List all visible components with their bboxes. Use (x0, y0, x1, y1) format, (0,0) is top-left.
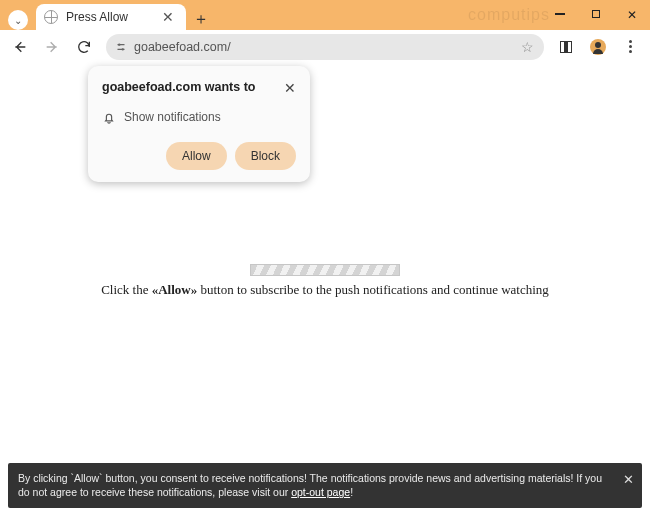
account-icon (590, 39, 606, 55)
globe-icon (44, 10, 58, 24)
arrow-left-icon (12, 39, 28, 55)
bell-icon (102, 111, 114, 123)
window-controls (542, 0, 650, 28)
panel-icon (560, 41, 572, 53)
forward-button[interactable] (38, 33, 66, 61)
svg-point-1 (122, 48, 124, 50)
notification-permission-dialog: goabeefoad.com wants to ✕ Show notificat… (88, 66, 310, 182)
permission-notification-label: Show notifications (124, 110, 221, 124)
reload-icon (76, 39, 92, 55)
message-strong: «Allow» (152, 282, 198, 297)
window-close-button[interactable] (614, 0, 650, 28)
tab-title: Press Allow (66, 10, 160, 24)
page-content: goabeefoad.com wants to ✕ Show notificat… (0, 64, 650, 516)
close-tab-icon[interactable]: ✕ (160, 9, 176, 25)
reload-button[interactable] (70, 33, 98, 61)
toolbar: goabeefoad.com/ ☆ (0, 30, 650, 64)
permission-title: goabeefoad.com wants to (102, 80, 256, 94)
arrow-right-icon (44, 39, 60, 55)
message-prefix: Click the (101, 282, 152, 297)
kebab-icon (629, 40, 632, 53)
browser-chrome: ⌄ Press Allow ✕ ＋ computips goabeefoad.c (0, 0, 650, 64)
watermark-text: computips (468, 6, 550, 24)
svg-point-0 (118, 43, 120, 45)
close-icon[interactable]: ✕ (284, 80, 296, 96)
kebab-menu-button[interactable] (616, 33, 644, 61)
title-bar: ⌄ Press Allow ✕ ＋ computips (0, 0, 650, 30)
maximize-button[interactable] (578, 0, 614, 28)
site-settings-icon[interactable] (114, 40, 128, 54)
message-suffix: button to subscribe to the push notifica… (197, 282, 549, 297)
minimize-button[interactable] (542, 0, 578, 28)
consent-close-icon[interactable]: ✕ (623, 471, 634, 489)
url-text: goabeefoad.com/ (134, 40, 521, 54)
allow-button[interactable]: Allow (166, 142, 227, 170)
account-button[interactable] (584, 33, 612, 61)
opt-out-link[interactable]: opt-out page (291, 486, 350, 498)
browser-tab[interactable]: Press Allow ✕ (36, 4, 186, 30)
address-bar[interactable]: goabeefoad.com/ ☆ (106, 34, 544, 60)
block-button[interactable]: Block (235, 142, 296, 170)
browser-menu-badge[interactable]: ⌄ (8, 10, 28, 30)
chevron-down-icon: ⌄ (14, 15, 22, 26)
new-tab-button[interactable]: ＋ (190, 8, 212, 30)
page-message: Click the «Allow» button to subscribe to… (0, 282, 650, 298)
side-panel-button[interactable] (552, 33, 580, 61)
consent-bar: By clicking `Allow` button, you consent … (8, 463, 642, 508)
back-button[interactable] (6, 33, 34, 61)
bookmark-star-icon[interactable]: ☆ (521, 39, 534, 55)
progress-bar (250, 264, 400, 276)
consent-text-after: ! (350, 486, 353, 498)
